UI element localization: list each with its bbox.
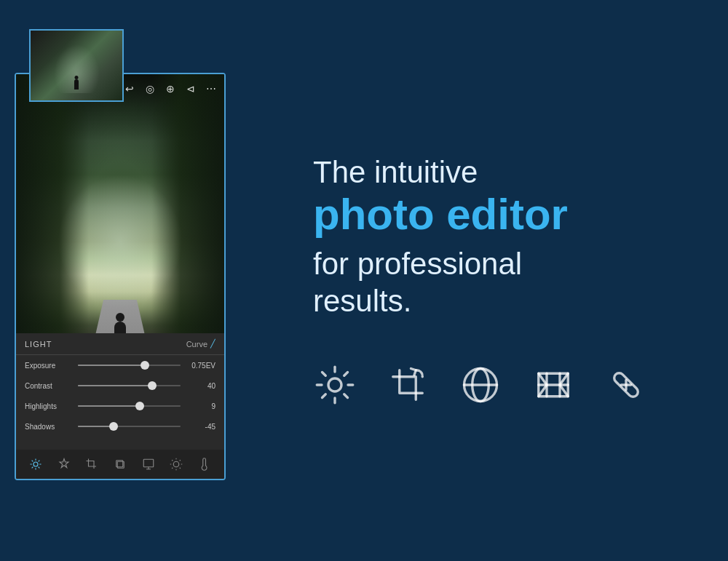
feature-icons-row bbox=[313, 363, 692, 407]
svg-line-29 bbox=[322, 394, 325, 398]
undo-icon[interactable]: ↩ bbox=[122, 81, 137, 96]
export-icon[interactable] bbox=[140, 455, 157, 473]
healing-icon bbox=[604, 363, 648, 407]
adjustment-panel: LIGHT Curve ╱ Exposure 0.75EV bbox=[16, 333, 224, 479]
curve-button[interactable]: Curve ╱ bbox=[186, 339, 215, 349]
more-icon[interactable]: ⋯ bbox=[204, 81, 218, 96]
thumbnail-photo bbox=[31, 31, 122, 100]
curve-icon: ╱ bbox=[210, 339, 215, 349]
exposure-thumb[interactable] bbox=[141, 361, 149, 370]
left-section: ↩ ◎ ⊕ ⊲ ⋯ LIGHT Curve ╱ bbox=[0, 0, 291, 561]
perspective-icon bbox=[531, 363, 575, 407]
highlights-thumb[interactable] bbox=[135, 402, 144, 410]
highlights-slider-row: Highlights 9 bbox=[25, 396, 215, 416]
svg-line-8 bbox=[32, 467, 33, 469]
contrast-fill bbox=[78, 385, 152, 386]
svg-line-27 bbox=[344, 394, 348, 398]
exposure-value: 0.75EV bbox=[186, 362, 215, 370]
temp-icon[interactable] bbox=[196, 455, 213, 473]
shadows-track[interactable] bbox=[78, 426, 181, 427]
contrast-slider-row: Contrast 40 bbox=[25, 375, 215, 396]
shadows-fill bbox=[78, 426, 114, 427]
heal-icon[interactable] bbox=[55, 455, 73, 473]
thumbnail-preview bbox=[29, 29, 124, 102]
vignette-icon bbox=[459, 363, 502, 407]
highlights-fill bbox=[78, 405, 140, 407]
svg-line-26 bbox=[322, 373, 325, 376]
camera-icon[interactable]: ◎ bbox=[143, 81, 157, 96]
svg-line-28 bbox=[344, 373, 348, 376]
brightness-icon bbox=[313, 363, 357, 407]
crop-icon[interactable] bbox=[83, 455, 100, 473]
sliders-container: Exposure 0.75EV Contrast 40 bbox=[16, 355, 224, 437]
exposure-track[interactable] bbox=[78, 365, 181, 366]
share-icon[interactable]: ⊲ bbox=[183, 81, 198, 96]
svg-line-7 bbox=[39, 461, 40, 462]
svg-rect-11 bbox=[143, 459, 154, 467]
layers-icon[interactable] bbox=[111, 455, 129, 473]
panel-title: LIGHT bbox=[25, 340, 52, 349]
contrast-thumb[interactable] bbox=[148, 381, 157, 390]
phone-screen: ↩ ◎ ⊕ ⊲ ⋯ LIGHT Curve ╱ bbox=[15, 73, 226, 480]
tagline-container: The intuitive photo editor for professio… bbox=[313, 154, 692, 363]
shadows-slider-row: Shadows -45 bbox=[25, 416, 215, 437]
sun-icon[interactable] bbox=[167, 455, 185, 473]
tagline-bottom: for professional results. bbox=[313, 246, 692, 319]
exposure-label: Exposure bbox=[25, 362, 72, 370]
svg-point-12 bbox=[173, 461, 179, 467]
highlights-track[interactable] bbox=[78, 405, 181, 407]
crop-rotate-icon bbox=[386, 363, 430, 407]
contrast-track[interactable] bbox=[78, 385, 181, 386]
svg-point-0 bbox=[33, 462, 38, 466]
thumb-person-silhouette bbox=[74, 79, 79, 89]
tagline-top: The intuitive bbox=[313, 154, 692, 191]
svg-line-16 bbox=[180, 468, 181, 469]
svg-line-5 bbox=[32, 461, 33, 462]
svg-line-15 bbox=[172, 460, 173, 461]
svg-line-19 bbox=[172, 468, 173, 469]
exposure-fill bbox=[78, 365, 145, 366]
svg-line-6 bbox=[39, 467, 40, 469]
panel-header: LIGHT Curve ╱ bbox=[16, 333, 224, 355]
add-icon[interactable]: ⊕ bbox=[163, 81, 178, 96]
shadows-label: Shadows bbox=[25, 423, 72, 431]
shadows-value: -45 bbox=[186, 423, 215, 431]
exposure-slider-row: Exposure 0.75EV bbox=[25, 355, 215, 375]
shadows-thumb[interactable] bbox=[109, 422, 118, 431]
contrast-value: 40 bbox=[186, 382, 215, 390]
highlights-value: 9 bbox=[186, 402, 215, 410]
svg-point-21 bbox=[328, 378, 341, 391]
bottom-icons-bar bbox=[16, 450, 224, 479]
right-section: The intuitive photo editor for professio… bbox=[291, 0, 728, 561]
contrast-label: Contrast bbox=[25, 382, 72, 390]
highlights-label: Highlights bbox=[25, 402, 72, 410]
light-icon[interactable] bbox=[27, 455, 44, 473]
tagline-bold: photo editor bbox=[313, 191, 692, 239]
svg-line-20 bbox=[180, 460, 181, 461]
